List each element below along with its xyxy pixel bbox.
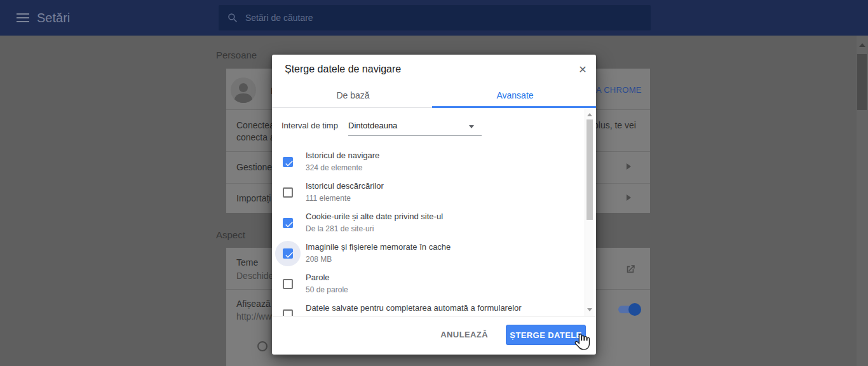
browser-scrollbar-thumb[interactable] <box>857 54 867 110</box>
themes-label[interactable]: Teme <box>236 257 258 268</box>
settings-search-box[interactable] <box>219 5 651 30</box>
open-in-new-icon <box>625 264 636 275</box>
time-range-value: Dintotdeauna <box>348 121 397 130</box>
page-title: Setări <box>37 11 70 25</box>
toggle-knob <box>628 303 641 316</box>
scroll-up-icon[interactable] <box>587 113 592 116</box>
cancel-button[interactable]: ANULEAZĂ <box>435 325 493 345</box>
dialog-tabs: De bază Avansate <box>272 83 596 108</box>
sign-in-chrome-button-fragment[interactable]: A CHROME <box>596 85 642 95</box>
list-item-download-history: Istoricul descărcărilor 111 elemente <box>272 177 596 208</box>
dialog-scrollbar-thumb[interactable] <box>587 119 593 220</box>
home-button-toggle[interactable] <box>618 306 636 313</box>
tab-de-baza[interactable]: De bază <box>272 83 434 108</box>
search-icon <box>227 13 238 23</box>
chevron-right-icon <box>627 194 631 201</box>
scroll-up-icon[interactable] <box>859 43 865 47</box>
checkbox[interactable] <box>283 279 293 289</box>
checkbox[interactable] <box>283 218 293 228</box>
close-icon[interactable]: ✕ <box>574 62 591 78</box>
menu-icon[interactable] <box>17 13 29 22</box>
list-item-autofill: Datele salvate pentru completarea automa… <box>272 299 596 316</box>
dialog-scrollbar[interactable] <box>585 109 593 316</box>
chevron-right-icon <box>627 163 631 170</box>
list-item-browsing-history: Istoricul de navigare 324 de elemente <box>272 147 596 177</box>
list-item-cookies: Cookie-urile și alte date privind site-u… <box>272 208 596 238</box>
dialog-scroll-area: Interval de timp Dintotdeauna Istoricul … <box>272 109 596 316</box>
browser-scrollbar[interactable] <box>857 36 868 366</box>
chevron-down-icon <box>469 125 474 128</box>
person-icon <box>231 78 256 103</box>
settings-header: Setări <box>0 0 868 36</box>
checkbox[interactable] <box>283 248 293 259</box>
checkbox[interactable] <box>283 309 293 316</box>
checkbox[interactable] <box>283 187 293 198</box>
list-item-passwords: Parole 50 de parole <box>272 269 596 299</box>
search-input[interactable] <box>245 5 639 30</box>
chrome-settings-page: Setări Persoane P A CHROME Conecteaz con… <box>0 0 868 366</box>
connect-row-right-fragment: plus, te vei <box>593 120 636 130</box>
tab-avansate[interactable]: Avansate <box>434 83 596 108</box>
scroll-down-icon[interactable] <box>587 308 592 311</box>
dialog-footer: ANULEAZĂ ȘTERGE DATELE <box>272 316 596 355</box>
radio-button[interactable] <box>257 341 268 351</box>
avatar <box>231 78 256 103</box>
dialog-title: Șterge datele de navigare <box>285 64 401 75</box>
section-title-aspect: Aspect <box>216 229 245 240</box>
clear-browsing-data-dialog: Șterge datele de navigare ✕ De bază Avan… <box>272 55 596 355</box>
time-range-dropdown[interactable]: Dintotdeauna <box>348 115 482 136</box>
checkbox[interactable] <box>283 157 293 167</box>
list-item-cached-images: Imaginile și fișierele memorate în cache… <box>272 238 596 269</box>
time-range-label: Interval de timp <box>281 121 338 130</box>
active-tab-underline <box>432 106 596 108</box>
section-title-people: Persoane <box>216 50 257 60</box>
clear-data-button[interactable]: ȘTERGE DATELE <box>506 325 586 345</box>
